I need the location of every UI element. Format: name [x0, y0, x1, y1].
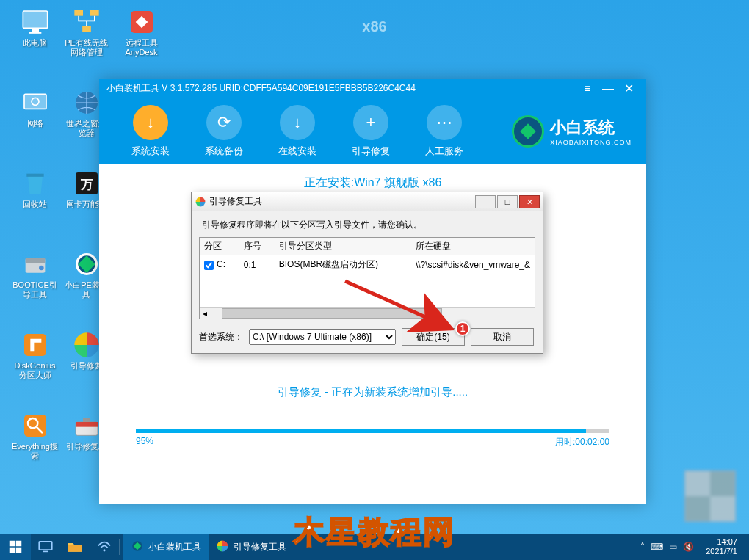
tray-up-icon[interactable]: ˄	[640, 542, 645, 552]
svg-rect-33	[43, 551, 48, 553]
cancel-button[interactable]: 取消	[471, 328, 534, 346]
tool-label: 人工服务	[408, 145, 481, 158]
brand-logo-icon	[512, 115, 544, 148]
svg-rect-4	[90, 10, 99, 15]
col-partition[interactable]: 分区	[200, 238, 239, 255]
progress-time: 用时:00:02:00	[555, 436, 609, 448]
tool-icon: ↓	[133, 105, 168, 140]
dialog-minimize-button[interactable]: —	[475, 195, 496, 208]
dialog-maximize-button[interactable]: □	[497, 195, 518, 208]
desktop-icon-回收站[interactable]: 回收站	[11, 169, 59, 209]
tray-battery-icon[interactable]: ▭	[669, 542, 677, 552]
taskbar-wifi-icon[interactable]	[90, 534, 119, 560]
svg-rect-14	[25, 258, 45, 263]
pinwheel-icon	[195, 196, 206, 208]
dialog-titlebar[interactable]: 引导修复工具 — □ ✕	[192, 192, 543, 211]
desktop-icon-label: 回收站	[11, 200, 59, 209]
wan-icon: 万	[72, 169, 101, 198]
taskbar-computer-icon[interactable]	[31, 534, 60, 560]
main-window-titlebar[interactable]: 小白装机工具 V 3.1.572.285 URID:CDFF5A594C09E1…	[99, 79, 646, 98]
taskbar[interactable]: 小白装机工具引导修复工具 ˄ ⌨ ▭ 🔇 14:07 2021/7/1	[0, 534, 749, 560]
table-row[interactable]: C: 0:1 BIOS(MBR磁盘启动分区) \\?\scsi#disk&ven…	[200, 255, 535, 274]
progress-fill	[136, 429, 586, 433]
brand: 小白系统 XIAOBAIXITONG.COM	[512, 115, 632, 148]
desktop-icon-此电脑[interactable]: 此电脑	[11, 7, 59, 48]
start-button[interactable]	[0, 534, 31, 560]
desktop-icon-label: DiskGenius分区大师	[11, 361, 59, 380]
boot-repair-status: 引导修复 - 正在为新装系统增加引导.....	[99, 385, 646, 399]
top-indicator: x86	[362, 18, 386, 35]
tool-引导修复[interactable]: +引导修复	[334, 105, 408, 158]
netfolder-icon	[21, 88, 50, 117]
taskbar-app-icon	[131, 539, 144, 555]
desktop-icon-DiskGenius分区大师[interactable]: DiskGenius分区大师	[11, 330, 59, 380]
taskbar-app-引导修复工具[interactable]: 引导修复工具	[209, 534, 294, 560]
preferred-system-select[interactable]: C:\ [Windows 7 Ultimate (x86)]	[249, 329, 396, 345]
desktop-icon-label: BOOTICE引导工具	[11, 280, 59, 299]
bootice-icon	[21, 250, 50, 279]
svg-rect-28	[10, 541, 15, 547]
minimize-button[interactable]: —	[598, 83, 618, 95]
svg-rect-18	[24, 334, 46, 356]
horizontal-scrollbar[interactable]: ◂	[200, 307, 535, 319]
tool-人工服务[interactable]: ⋯人工服务	[408, 105, 481, 158]
main-window-title: 小白装机工具 V 3.1.572.285 URID:CDFF5A594C09E1…	[106, 82, 416, 95]
anydesk-icon	[127, 7, 156, 37]
svg-rect-29	[16, 541, 22, 547]
taskbar-clock[interactable]: 14:07 2021/7/1	[700, 537, 743, 556]
col-disk[interactable]: 所在硬盘	[411, 238, 535, 255]
system-tray[interactable]: ˄ ⌨ ▭ 🔇 14:07 2021/7/1	[640, 537, 749, 556]
desktop-icon-远程工具AnyDesk[interactable]: 远程工具AnyDesk	[117, 7, 165, 57]
col-index[interactable]: 序号	[239, 238, 275, 255]
svg-rect-2	[29, 32, 41, 34]
taskbar-app-icon	[216, 539, 229, 555]
desktop-icon-Everything搜索[interactable]: Everything搜索	[11, 411, 59, 461]
col-type[interactable]: 引导分区类型	[275, 238, 411, 255]
tray-keyboard-icon[interactable]: ⌨	[651, 542, 663, 552]
svg-rect-30	[10, 548, 15, 553]
pinwheel-icon	[72, 330, 101, 360]
preferred-system-label: 首选系统：	[199, 331, 243, 343]
qr-watermark	[684, 470, 736, 522]
taskbar-app-label: 小白装机工具	[148, 541, 201, 553]
desktop-icon-网络[interactable]: 网络	[11, 88, 59, 128]
svg-text:万: 万	[79, 178, 93, 192]
taskbar-app-小白装机工具[interactable]: 小白装机工具	[123, 534, 209, 560]
tray-volume-icon[interactable]: 🔇	[683, 542, 694, 552]
desktop-icon-label: Everything搜索	[11, 442, 59, 461]
tool-label: 系统备份	[187, 145, 261, 158]
desktop-icon-label: PE有线无线网络管理	[62, 38, 110, 57]
svg-rect-25	[83, 418, 90, 422]
search-icon	[21, 411, 50, 440]
monitor-icon	[21, 7, 50, 37]
boot-repair-dialog: 引导修复工具 — □ ✕ 引导修复程序即将在以下分区写入引导文件，请您确认。 分…	[191, 192, 543, 354]
tool-icon: ⋯	[427, 105, 462, 140]
progress: 95% 用时:00:02:00	[136, 429, 609, 448]
bin-icon	[21, 169, 50, 198]
tool-在线安装[interactable]: ↓在线安装	[261, 105, 334, 158]
svg-rect-34	[68, 545, 82, 552]
desktop-icon-PE有线无线网络管理[interactable]: PE有线无线网络管理	[62, 7, 110, 57]
row-checkbox[interactable]	[204, 261, 214, 270]
globe-icon	[72, 88, 101, 117]
tool-label: 引导修复	[334, 145, 408, 158]
svg-rect-32	[39, 542, 52, 550]
tool-icon: +	[353, 105, 388, 140]
tool-系统备份[interactable]: ⟳系统备份	[187, 105, 261, 158]
svg-rect-3	[74, 10, 83, 15]
svg-rect-1	[32, 29, 39, 32]
dialog-close-button[interactable]: ✕	[519, 195, 540, 208]
tool-icon: ⟳	[206, 105, 242, 140]
taskbar-explorer-icon[interactable]	[60, 534, 90, 560]
menu-icon[interactable]: ≡	[577, 83, 598, 95]
svg-rect-5	[82, 26, 91, 32]
dialog-message: 引导修复程序即将在以下分区写入引导文件，请您确认。	[202, 219, 535, 231]
svg-point-15	[39, 266, 44, 271]
taskbar-app-label: 引导修复工具	[234, 541, 286, 553]
brand-url: XIAOBAIXITONG.COM	[550, 139, 632, 146]
tool-label: 在线安装	[261, 145, 334, 158]
partition-table[interactable]: 分区 序号 引导分区类型 所在硬盘 C: 0:1 BIOS(MBR磁盘启动分区)…	[199, 237, 535, 319]
tool-系统安装[interactable]: ↓系统安装	[114, 105, 187, 158]
close-button[interactable]: ✕	[618, 83, 639, 95]
desktop-icon-BOOTICE引导工具[interactable]: BOOTICE引导工具	[11, 250, 59, 299]
